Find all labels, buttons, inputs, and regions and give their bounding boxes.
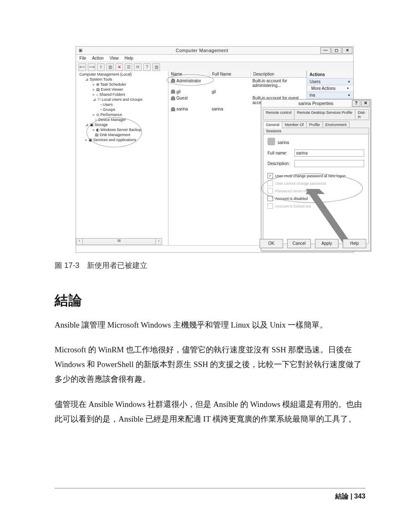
tree-users[interactable]: ▫ Users [78,102,168,107]
ok-button[interactable]: OK [260,239,283,248]
tab-sessions[interactable]: Sessions [263,128,369,134]
paragraph-3: 儘管現在 Ansible Windows 社群還很小，但是 Ansible 的 … [55,397,365,426]
tab-general[interactable]: General [263,121,282,128]
collapse-icon: ▲ [347,79,351,84]
dialog-help-button[interactable]: ? [352,100,360,107]
tab-memberof[interactable]: Member Of [282,121,307,128]
user-icon [171,79,175,83]
list-row[interactable]: Administrator Built-in account for admin… [168,78,307,89]
minimize-button[interactable]: — [320,47,331,54]
menu-file[interactable]: File [79,55,87,61]
username-label: sarina [278,140,289,145]
figure-caption: 圖 17-3 新使用者已被建立 [55,260,365,270]
close-button[interactable]: ✕ [342,47,352,54]
description-input[interactable] [294,160,364,167]
tree-wsb[interactable]: ▹ ◐ Windows Server Backup [78,127,168,132]
col-name[interactable]: Name [168,71,210,77]
scroll-left-icon[interactable]: ‹ [76,239,83,244]
apply-button[interactable]: Apply [315,239,339,248]
checkbox-icon [268,181,273,186]
tab-rdsp[interactable]: Remote Desktop Services Profile [294,109,355,120]
tree-pane: Computer Management (Local) ⊿ System Too… [76,71,168,245]
fullname-input[interactable]: sarina [294,150,364,157]
checkbox-icon [268,188,273,194]
actions-group-sarina[interactable]: ina▲ [307,92,353,99]
show-hide-icon[interactable]: ▥ [106,63,114,71]
up-icon[interactable]: ⇧ [97,63,105,71]
scroll-right-icon[interactable]: › [155,239,162,244]
description-label: Description: [268,161,294,166]
tree-services[interactable]: ▹ ▣ Services and Applications [78,137,168,142]
collapse-icon: ▲ [347,93,351,97]
list-row[interactable]: gil gil [168,89,307,95]
tree-groups[interactable]: ▫ Groups [78,107,168,112]
computer-management-window: ▣ Computer Management — ◻ ✕ File Action … [76,46,354,253]
chk-locked-out: Account is locked out [268,203,364,209]
tree-root[interactable]: Computer Management (Local) [78,72,168,77]
actions-more[interactable]: More Actions▸ [307,85,353,92]
user-avatar-icon [268,138,275,145]
tab-profile[interactable]: Profile [306,121,323,128]
user-icon [171,89,175,94]
extra-icon[interactable]: ▥ [152,63,160,71]
actions-header: Actions [307,71,353,78]
tree-performance[interactable]: ▹ ⊙ Performance [78,112,168,117]
dialog-close-button[interactable]: ✕ [361,100,370,107]
checkbox-icon[interactable] [268,196,273,201]
app-icon: ▣ [77,47,84,54]
delete-icon[interactable]: ✕ [116,63,123,71]
window-title: Computer Management [84,48,320,53]
tab-remote-control[interactable]: Remote control [263,109,294,120]
tree-local-users[interactable]: ⊿ ⚇ Local Users and Groups [78,97,168,102]
refresh-icon[interactable]: ⟳ [134,63,142,71]
tree-event-viewer[interactable]: ▹ ▤ Event Viewer [78,87,168,92]
section-heading: 結論 [55,291,365,310]
properties-title: sarina Properties ? ✕ [261,100,370,108]
page-footer: 結論 | 343 [335,492,365,501]
menu-view[interactable]: View [109,55,120,61]
maximize-button[interactable]: ◻ [331,47,341,54]
tree-scrollbar[interactable]: ‹ III › [76,238,162,245]
help-button[interactable]: Help [343,239,366,248]
col-description[interactable]: Description [251,71,307,77]
tree-storage[interactable]: ⊿ ▣ Storage [78,122,168,127]
properties-dialog: sarina Properties ? ✕ Remote control Rem… [261,99,371,251]
chk-cannot-change: User cannot change password [268,181,364,186]
user-icon [171,96,175,100]
tree-task-scheduler[interactable]: ▹ ⊕ Task Scheduler [78,82,168,87]
menu-help[interactable]: Help [123,55,134,61]
user-icon [171,107,175,111]
col-fullname[interactable]: Full Name [210,71,251,77]
tab-dialin[interactable]: Dial-in [355,109,369,120]
menu-action[interactable]: Action [91,55,105,61]
chk-disabled[interactable]: Account is disabled [268,196,364,201]
forward-icon[interactable]: ⟶ [88,63,95,71]
footer-rule [55,488,365,488]
paragraph-1: Ansible 讓管理 Microsoft Windows 主機幾乎和管理 Li… [55,317,365,332]
fullname-label: Full name: [268,151,294,155]
tab-environment[interactable]: Environment [323,121,350,128]
paragraph-2: Microsoft 的 WinRM 也工作地很好，儘管它的執行速度並沒有 SSH… [55,342,365,386]
chk-never-expires: Password never expires [268,188,364,194]
tabs-row-1: Remote control Remote Desktop Services P… [261,108,370,120]
tree-system-tools[interactable]: ⊿ System Tools [78,77,168,82]
properties-icon[interactable]: ☰ [125,63,132,71]
menubar: File Action View Help [76,55,353,62]
actions-group-users[interactable]: Users▲ [307,78,353,85]
tree-shared-folders[interactable]: ▹ ⌂ Shared Folders [78,92,168,97]
tree-device-manager[interactable]: ⌂ Device Manager [78,117,168,122]
caret-right-icon: ▸ [347,86,349,91]
help-icon[interactable]: ? [143,63,151,71]
checkbox-icon[interactable] [268,173,273,178]
tree-disk-mgmt[interactable]: ▤ Disk Management [78,132,168,137]
titlebar: ▣ Computer Management — ◻ ✕ [76,47,353,55]
cancel-button[interactable]: Cancel [287,239,311,248]
back-icon[interactable]: ⟵ [79,63,86,71]
tabs-row-2: General Member Of Profile Environment Se… [261,120,370,134]
chk-change-password[interactable]: User must change password at next logon [268,173,364,178]
checkbox-icon [268,203,273,209]
